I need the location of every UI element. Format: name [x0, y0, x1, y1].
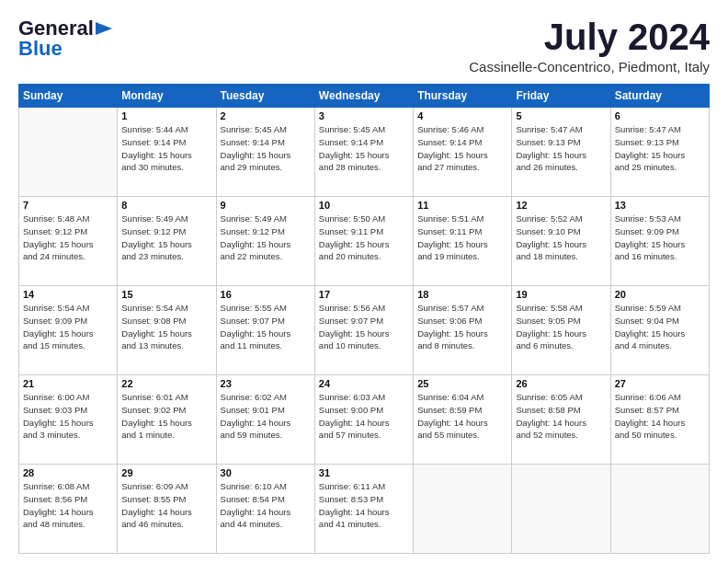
day-number: 20 [615, 289, 705, 300]
month-title: July 2024 [469, 17, 710, 57]
day-number: 5 [516, 110, 606, 121]
day-info: Sunrise: 5:51 AM Sunset: 9:11 PM Dayligh… [417, 213, 507, 263]
page: General Blue July 2024 Cassinelle-Concen… [0, 0, 728, 563]
day-info: Sunrise: 6:05 AM Sunset: 8:58 PM Dayligh… [516, 391, 606, 442]
day-info: Sunrise: 6:11 AM Sunset: 8:53 PM Dayligh… [319, 480, 409, 531]
location: Cassinelle-Concentrico, Piedmont, Italy [469, 59, 710, 75]
day-number: 22 [121, 378, 211, 389]
table-row: 2Sunrise: 5:45 AM Sunset: 9:14 PM Daylig… [216, 108, 314, 197]
day-info: Sunrise: 5:50 AM Sunset: 9:11 PM Dayligh… [319, 213, 409, 263]
table-row: 28Sunrise: 6:08 AM Sunset: 8:56 PM Dayli… [19, 465, 118, 554]
day-number: 9 [221, 200, 311, 211]
day-info: Sunrise: 5:48 AM Sunset: 9:12 PM Dayligh… [23, 213, 113, 263]
day-number: 13 [615, 200, 705, 211]
day-number: 4 [417, 110, 507, 121]
table-row [512, 465, 610, 554]
table-row: 24Sunrise: 6:03 AM Sunset: 9:00 PM Dayli… [314, 375, 413, 465]
logo-blue: Blue [18, 37, 63, 61]
day-number: 11 [417, 200, 507, 211]
day-number: 1 [121, 110, 211, 121]
day-info: Sunrise: 5:45 AM Sunset: 9:14 PM Dayligh… [221, 123, 311, 174]
table-row: 22Sunrise: 6:01 AM Sunset: 9:02 PM Dayli… [118, 375, 216, 465]
col-friday: Friday [512, 85, 610, 108]
day-number: 3 [319, 110, 409, 121]
day-info: Sunrise: 6:09 AM Sunset: 8:55 PM Dayligh… [121, 480, 211, 531]
table-row: 8Sunrise: 5:49 AM Sunset: 9:12 PM Daylig… [118, 197, 216, 286]
day-number: 8 [121, 200, 211, 211]
day-info: Sunrise: 6:10 AM Sunset: 8:54 PM Dayligh… [221, 480, 311, 531]
table-row: 16Sunrise: 5:55 AM Sunset: 9:07 PM Dayli… [216, 286, 314, 375]
table-row: 3Sunrise: 5:45 AM Sunset: 9:14 PM Daylig… [314, 108, 413, 197]
day-number: 15 [121, 289, 211, 300]
day-number: 17 [319, 289, 409, 300]
day-info: Sunrise: 5:47 AM Sunset: 9:13 PM Dayligh… [615, 123, 705, 174]
table-row: 18Sunrise: 5:57 AM Sunset: 9:06 PM Dayli… [414, 286, 512, 375]
table-row: 15Sunrise: 5:54 AM Sunset: 9:08 PM Dayli… [118, 286, 216, 375]
col-sunday: Sunday [19, 85, 118, 108]
day-info: Sunrise: 5:55 AM Sunset: 9:07 PM Dayligh… [221, 302, 311, 352]
day-info: Sunrise: 5:54 AM Sunset: 9:09 PM Dayligh… [23, 302, 113, 352]
day-number: 19 [516, 289, 606, 300]
calendar-table: Sunday Monday Tuesday Wednesday Thursday… [18, 84, 710, 554]
day-info: Sunrise: 5:46 AM Sunset: 9:14 PM Dayligh… [417, 123, 507, 174]
day-info: Sunrise: 5:59 AM Sunset: 9:04 PM Dayligh… [615, 302, 705, 352]
day-info: Sunrise: 6:01 AM Sunset: 9:02 PM Dayligh… [121, 391, 211, 442]
day-info: Sunrise: 6:04 AM Sunset: 8:59 PM Dayligh… [417, 391, 507, 442]
table-row: 27Sunrise: 6:06 AM Sunset: 8:57 PM Dayli… [610, 375, 709, 465]
day-number: 21 [23, 378, 113, 389]
header: General Blue July 2024 Cassinelle-Concen… [18, 17, 710, 75]
day-number: 14 [23, 289, 113, 300]
table-row: 6Sunrise: 5:47 AM Sunset: 9:13 PM Daylig… [610, 108, 709, 197]
table-row [414, 465, 512, 554]
col-tuesday: Tuesday [216, 85, 314, 108]
day-info: Sunrise: 5:52 AM Sunset: 9:10 PM Dayligh… [516, 213, 606, 263]
day-number: 7 [23, 200, 113, 211]
day-info: Sunrise: 5:54 AM Sunset: 9:08 PM Dayligh… [121, 302, 211, 352]
table-row: 31Sunrise: 6:11 AM Sunset: 8:53 PM Dayli… [314, 465, 413, 554]
svg-marker-0 [96, 22, 112, 35]
day-number: 18 [417, 289, 507, 300]
table-row: 17Sunrise: 5:56 AM Sunset: 9:07 PM Dayli… [314, 286, 413, 375]
day-number: 2 [221, 110, 311, 121]
table-row [610, 465, 709, 554]
col-saturday: Saturday [610, 85, 709, 108]
day-number: 27 [615, 378, 705, 389]
table-row: 5Sunrise: 5:47 AM Sunset: 9:13 PM Daylig… [512, 108, 610, 197]
day-info: Sunrise: 6:00 AM Sunset: 9:03 PM Dayligh… [23, 391, 113, 442]
day-info: Sunrise: 6:03 AM Sunset: 9:00 PM Dayligh… [319, 391, 409, 442]
logo-arrow-icon [96, 22, 112, 35]
day-info: Sunrise: 5:53 AM Sunset: 9:09 PM Dayligh… [615, 213, 705, 263]
table-row: 7Sunrise: 5:48 AM Sunset: 9:12 PM Daylig… [19, 197, 118, 286]
day-info: Sunrise: 5:49 AM Sunset: 9:12 PM Dayligh… [121, 213, 211, 263]
day-number: 29 [121, 467, 211, 478]
day-number: 25 [417, 378, 507, 389]
col-monday: Monday [118, 85, 216, 108]
col-wednesday: Wednesday [314, 85, 413, 108]
day-info: Sunrise: 5:58 AM Sunset: 9:05 PM Dayligh… [516, 302, 606, 352]
day-info: Sunrise: 5:57 AM Sunset: 9:06 PM Dayligh… [417, 302, 507, 352]
table-row: 19Sunrise: 5:58 AM Sunset: 9:05 PM Dayli… [512, 286, 610, 375]
table-row: 30Sunrise: 6:10 AM Sunset: 8:54 PM Dayli… [216, 465, 314, 554]
calendar-week-row: 28Sunrise: 6:08 AM Sunset: 8:56 PM Dayli… [19, 465, 710, 554]
calendar-week-row: 7Sunrise: 5:48 AM Sunset: 9:12 PM Daylig… [19, 197, 710, 286]
table-row: 10Sunrise: 5:50 AM Sunset: 9:11 PM Dayli… [314, 197, 413, 286]
table-row [19, 108, 118, 197]
day-number: 10 [319, 200, 409, 211]
calendar-week-row: 14Sunrise: 5:54 AM Sunset: 9:09 PM Dayli… [19, 286, 710, 375]
day-info: Sunrise: 6:08 AM Sunset: 8:56 PM Dayligh… [23, 480, 113, 531]
day-info: Sunrise: 6:06 AM Sunset: 8:57 PM Dayligh… [615, 391, 705, 442]
table-row: 9Sunrise: 5:49 AM Sunset: 9:12 PM Daylig… [216, 197, 314, 286]
table-row: 25Sunrise: 6:04 AM Sunset: 8:59 PM Dayli… [414, 375, 512, 465]
day-number: 6 [615, 110, 705, 121]
day-info: Sunrise: 5:47 AM Sunset: 9:13 PM Dayligh… [516, 123, 606, 174]
day-number: 23 [221, 378, 311, 389]
table-row: 12Sunrise: 5:52 AM Sunset: 9:10 PM Dayli… [512, 197, 610, 286]
table-row: 20Sunrise: 5:59 AM Sunset: 9:04 PM Dayli… [610, 286, 709, 375]
day-info: Sunrise: 5:56 AM Sunset: 9:07 PM Dayligh… [319, 302, 409, 352]
col-thursday: Thursday [414, 85, 512, 108]
table-row: 4Sunrise: 5:46 AM Sunset: 9:14 PM Daylig… [414, 108, 512, 197]
table-row: 23Sunrise: 6:02 AM Sunset: 9:01 PM Dayli… [216, 375, 314, 465]
table-row: 29Sunrise: 6:09 AM Sunset: 8:55 PM Dayli… [118, 465, 216, 554]
day-info: Sunrise: 5:49 AM Sunset: 9:12 PM Dayligh… [221, 213, 311, 263]
day-number: 28 [23, 467, 113, 478]
